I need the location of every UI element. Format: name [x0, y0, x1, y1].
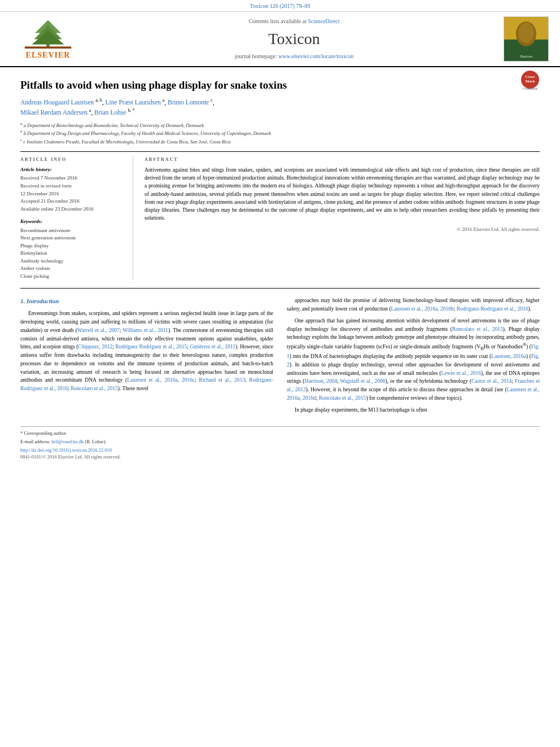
footnote-email-name: (B. Lohse).: [85, 439, 106, 444]
author-lohse: Brian Lohse: [94, 109, 126, 116]
keywords-title: Keywords:: [20, 218, 126, 225]
right-para1: approaches may hold the promise of deliv…: [287, 296, 540, 313]
keyword-1: Next generation antivenom: [20, 234, 126, 242]
homepage-link[interactable]: www.elsevier.com/locate/toxicon: [278, 53, 353, 59]
svg-point-8: [518, 23, 534, 43]
svg-text:Cross: Cross: [526, 75, 535, 79]
footnote-email-line: E-mail address: bril@sund.ku.dk (B. Lohs…: [20, 439, 540, 445]
ref-laustsen2016ab[interactable]: Laustsen et al., 2016a, 2016b: [391, 306, 454, 312]
svg-rect-4: [25, 46, 72, 49]
article-container: Cross Mark CrossMark Pitfalls to avoid w…: [0, 67, 560, 472]
history-revised-label: Received in revised form: [20, 182, 126, 190]
ref-castro[interactable]: Castro et al., 2014: [471, 378, 511, 384]
publisher-logo-area: ELSEVIER: [11, 18, 85, 61]
top-bar: Toxicon 126 (2017) 79–89: [0, 0, 560, 12]
elsevier-tree-icon: [23, 18, 73, 49]
keyword-4: Antibody technology: [20, 257, 126, 265]
sciencedirect-link[interactable]: ScienceDirect: [308, 18, 339, 24]
elsevier-brand-text: ELSEVIER: [26, 50, 71, 61]
doi-line[interactable]: http://dx.doi.org/10.1016/j.toxicon.2016…: [20, 447, 540, 454]
footnote-email[interactable]: bril@sund.ku.dk: [51, 439, 84, 444]
ref-laustsen2016a2[interactable]: Laustsen, 2016a: [491, 353, 526, 359]
journal-title: Toxicon: [90, 28, 498, 50]
keyword-6: Clone picking: [20, 273, 126, 281]
ref-warrell[interactable]: Warrell et al., 2007: [77, 327, 120, 333]
author-lomonte: Bruno Lomonte: [168, 99, 209, 106]
author-lauridsen: Line Præst Lauridsen: [105, 99, 160, 106]
author-laustsen: Andreas Hougaard Laustsen: [20, 99, 94, 106]
history-revised-date: 12 December 2016: [20, 190, 126, 198]
history-accepted: Accepted 21 December 2016: [20, 198, 126, 205]
journal-cover-image: Toxicon: [504, 16, 549, 62]
elsevier-logo: ELSEVIER: [23, 18, 73, 61]
right-para2: One approach that has gained increasing …: [287, 317, 540, 403]
affiliation-c: c c Instituto Clodomiro Picado, Facultad…: [20, 137, 540, 146]
journal-citation: Toxicon 126 (2017) 79–89: [250, 3, 310, 9]
keyword-5: Amber codons: [20, 265, 126, 273]
ref-roncolato3[interactable]: Roncolato et al., 2015: [319, 395, 366, 401]
abstract-label: ABSTRACT: [145, 156, 540, 163]
svg-text:CrossMark: CrossMark: [523, 87, 538, 90]
sciencedirect-line: Contents lists available at ScienceDirec…: [90, 18, 498, 25]
ref-richard[interactable]: Richard et al., 2013: [199, 377, 245, 383]
abstract-text: Antivenoms against bites and stings from…: [145, 166, 540, 222]
copyright-line: 0041-0101/© 2016 Elsevier Ltd. All right…: [20, 454, 540, 461]
journal-title-area: Contents lists available at ScienceDirec…: [90, 18, 498, 60]
ref-gutierrez[interactable]: Gutiérrez et al., 2011: [190, 344, 235, 350]
article-title: Pitfalls to avoid when using phage displ…: [20, 78, 540, 93]
article-info-column: ARTICLE INFO Article history: Received 7…: [20, 156, 133, 281]
footnote-area: * Corresponding author. E-mail address: …: [20, 426, 540, 461]
ref-lewin[interactable]: Lewin et al., 2016: [441, 370, 480, 376]
history-received: Received 7 November 2016: [20, 174, 126, 182]
keyword-2: Phage display: [20, 242, 126, 250]
article-history-title: Article history:: [20, 166, 126, 173]
article-body: ARTICLE INFO Article history: Received 7…: [20, 151, 540, 281]
keywords-section: Keywords: Recombinant antivenom Next gen…: [20, 218, 126, 280]
keyword-3: Biotinylation: [20, 250, 126, 257]
affiliation-a: a a Department of Biotechnology and Biom…: [20, 121, 540, 129]
ref-wagstaff[interactable]: Wagstaff et al., 2006: [340, 378, 385, 384]
ref-chippaux[interactable]: Chippaux, 2012: [78, 344, 112, 350]
journal-header: ELSEVIER Contents lists available at Sci…: [0, 12, 560, 67]
ref-laustsen2016a[interactable]: Laustsen et al., 2016a, 2016c: [127, 377, 195, 383]
ref-williams[interactable]: Williams et al., 2011: [123, 327, 168, 333]
affiliations: a a Department of Biotechnology and Biom…: [20, 121, 540, 146]
text-column-right: approaches may hold the promise of deliv…: [287, 296, 540, 417]
crossmark-badge[interactable]: Cross Mark CrossMark: [520, 70, 540, 95]
footnote-corresponding: * Corresponding author.: [20, 430, 540, 437]
keyword-0: Recombinant antivenom: [20, 227, 126, 235]
abstract-column: ABSTRACT Antivenoms against bites and st…: [145, 156, 540, 281]
right-para3: In phage display experiments, the M13 ba…: [287, 406, 540, 414]
author-andersen: Mikael Rørdam Andersen: [20, 109, 88, 116]
history-online: Available online 23 December 2016: [20, 206, 126, 213]
homepage-line: journal homepage: www.elsevier.com/locat…: [90, 53, 498, 60]
ref-rodriguez2016b[interactable]: Rodríguez-Rodríguez et al., 2016: [457, 306, 528, 312]
svg-text:Mark: Mark: [525, 79, 535, 84]
intro-title: 1. Introduction: [20, 296, 273, 306]
section-divider: [20, 288, 540, 289]
main-text: 1. Introduction Envenomings from snakes,…: [20, 296, 540, 417]
ref-harrison[interactable]: Harrison, 2004: [304, 378, 337, 384]
article-info-label: ARTICLE INFO: [20, 156, 126, 163]
abstract-copyright: © 2016 Elsevier Ltd. All rights reserved…: [145, 226, 540, 233]
journal-cover-area: Toxicon: [504, 16, 549, 62]
affiliation-b: b b Department of Drug Design and Pharma…: [20, 129, 540, 137]
intro-para1: Envenomings from snakes, scorpions, and …: [20, 309, 273, 392]
ref-roncolato2[interactable]: Roncolato et al., 2015: [452, 326, 503, 332]
authors-line: Andreas Hougaard Laustsen a, b, Line Præ…: [20, 97, 540, 117]
ref-rodriguez2015[interactable]: Rodríguez Rodríguez et al., 2015: [115, 344, 187, 350]
ref-roncolato[interactable]: Roncolato et al., 2015: [71, 386, 118, 391]
svg-text:Toxicon: Toxicon: [520, 54, 532, 59]
text-column-left: 1. Introduction Envenomings from snakes,…: [20, 296, 273, 417]
footnote-email-label: E-mail address:: [20, 439, 50, 444]
